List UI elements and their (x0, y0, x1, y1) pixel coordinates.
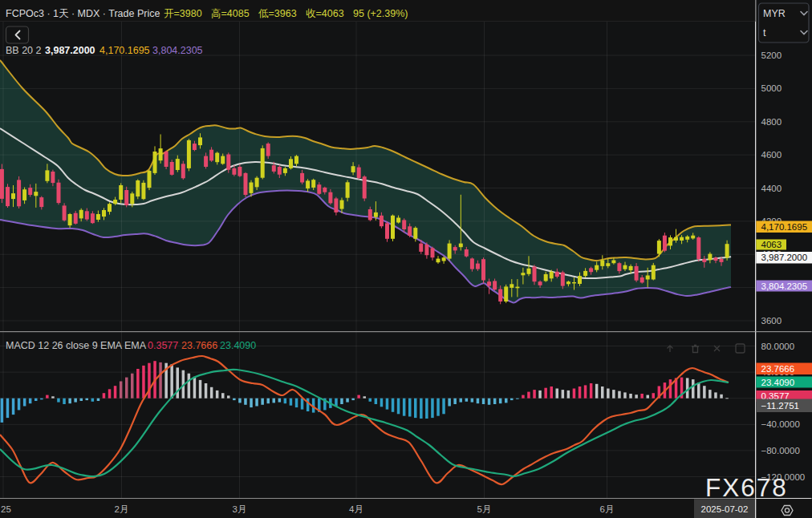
svg-text:80.0000: 80.0000 (761, 342, 795, 351)
svg-text:3月: 3月 (233, 504, 247, 514)
svg-text:4,170.1695: 4,170.1695 (761, 222, 808, 232)
svg-text:23.7666: 23.7666 (761, 364, 795, 374)
svg-text:4063: 4063 (761, 240, 782, 249)
svg-text:6月: 6月 (600, 504, 615, 514)
svg-text:25: 25 (1, 504, 11, 514)
svg-text:−11.2751: −11.2751 (761, 401, 799, 411)
svg-text:BB 20 23,987.20004,170.16953,8: BB 20 23,987.20004,170.16953,804.2305 (6, 45, 203, 56)
svg-text:4800: 4800 (761, 117, 782, 127)
svg-text:5200: 5200 (761, 51, 782, 60)
svg-text:4600: 4600 (761, 150, 782, 160)
svg-text:t: t (763, 27, 766, 38)
svg-text:5000: 5000 (761, 83, 782, 93)
svg-text:2025-07-02: 2025-07-02 (701, 504, 749, 514)
svg-text:5月: 5月 (477, 504, 492, 514)
svg-text:3,987.2000: 3,987.2000 (761, 253, 808, 262)
svg-text:−40.0000: −40.0000 (761, 419, 800, 429)
svg-text:23.4090: 23.4090 (761, 378, 795, 387)
svg-text:4400: 4400 (761, 184, 782, 193)
svg-text:2月: 2月 (115, 504, 129, 514)
svg-text:3600: 3600 (761, 316, 782, 326)
svg-text:MYR: MYR (763, 8, 786, 19)
svg-text:3,804.2305: 3,804.2305 (761, 281, 808, 291)
svg-text:FX678: FX678 (705, 473, 788, 502)
svg-text:−80.0000: −80.0000 (761, 446, 800, 455)
svg-text:4月: 4月 (349, 504, 363, 514)
